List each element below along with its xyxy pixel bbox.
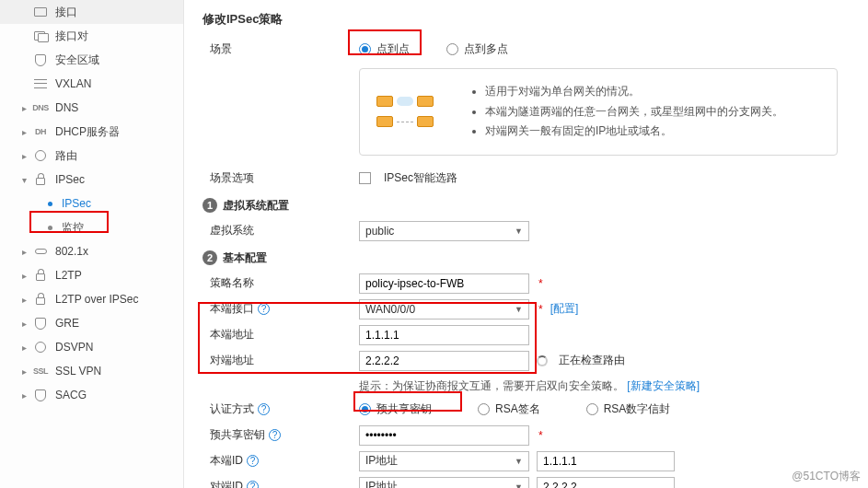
radio-icon (359, 403, 371, 415)
local-id-type: IP地址 (365, 453, 398, 469)
sidebar-item-label: 安全区域 (55, 52, 176, 68)
sidebar-item-DHCP服务器[interactable]: ▸DHDHCP服务器 (0, 120, 183, 144)
sidebar-item-接口[interactable]: 接口 (0, 0, 183, 24)
sidebar-subitem-IPSec[interactable]: IPSec (0, 192, 183, 215)
peer-addr-input[interactable] (359, 351, 529, 371)
sidebar-item-label: L2TP over IPSec (55, 293, 176, 306)
sidebar-item-IPSec[interactable]: ▾IPSec (0, 168, 183, 192)
sidebar-subitem-监控[interactable]: 监控 (0, 215, 183, 239)
chevron-right-icon: ▸ (22, 295, 31, 305)
peer-id-label: 对端ID (210, 479, 243, 488)
auth-opt-2: RSA数字信封 (604, 401, 671, 417)
sidebar-item-802.1x[interactable]: ▸802.1x (0, 239, 183, 263)
psk-label: 预共享密钥 (210, 427, 265, 443)
policy-name-input[interactable] (359, 273, 529, 294)
topology-diagram (376, 96, 450, 127)
help-icon[interactable]: ? (269, 429, 281, 441)
help-icon[interactable]: ? (247, 455, 259, 467)
info-line-0: 适用于对端为单台网关的情况。 (485, 82, 783, 102)
sidebar-item-安全区域[interactable]: 安全区域 (0, 48, 183, 72)
lock-icon (33, 293, 48, 306)
vsys-label: 虚拟系统 (210, 223, 254, 238)
auth-radio-psk[interactable]: 预共享密钥 (359, 401, 432, 417)
sidebar-item-SSL VPN[interactable]: ▸SSLSSL VPN (0, 359, 183, 383)
help-icon[interactable]: ? (258, 303, 270, 315)
sidebar-item-接口对[interactable]: 接口对 (0, 24, 183, 48)
loading-spinner-icon (537, 355, 548, 366)
sidebar-item-label: IPSec (55, 173, 176, 186)
section-vsys: 1 虚拟系统配置 (203, 198, 850, 214)
auth-opt-0: 预共享密钥 (376, 401, 432, 417)
step-1-icon: 1 (203, 198, 217, 213)
help-icon[interactable]: ? (258, 403, 270, 415)
local-id-input[interactable] (537, 451, 675, 471)
sidebar-item-GRE[interactable]: ▸GRE (0, 311, 183, 335)
sidebar-item-label: DNS (55, 101, 176, 114)
vsys-value: public (365, 225, 394, 238)
watermark: @51CTO博客 (792, 469, 861, 484)
smart-route-label: IPSec智能选路 (384, 170, 457, 186)
sidebar-item-L2TP over IPSec[interactable]: ▸L2TP over IPSec (0, 287, 183, 311)
sidebar-item-label: 接口 (55, 5, 176, 20)
chevron-down-icon: ▼ (515, 457, 523, 466)
local-addr-input[interactable] (359, 325, 529, 345)
smart-route-checkbox[interactable] (359, 172, 371, 184)
local-if-value: WAN0/0/0 (365, 303, 415, 316)
peer-id-input[interactable] (537, 477, 675, 488)
step-2-icon: 2 (203, 250, 217, 265)
hint-line: 提示：为保证协商报文互通，需要开启双向安全策略。 [新建安全策略] (359, 375, 850, 398)
auth-radio-rsa-sign[interactable]: RSA签名 (478, 401, 540, 417)
local-if-select[interactable]: WAN0/0/0 ▼ (359, 299, 529, 320)
sidebar-item-label: 接口对 (55, 29, 176, 44)
policy-name-label: 策略名称 (210, 275, 254, 291)
chevron-right-icon: ▸ (22, 319, 31, 329)
sidebar-item-label: IPSec (62, 197, 91, 210)
scene-info-box: 适用于对端为单台网关的情况。 本端为隧道两端的任意一台网关，或星型组网中的分支网… (359, 68, 838, 156)
psk-input[interactable] (359, 425, 529, 446)
required-star: * (538, 277, 543, 290)
scene-options-label: 场景选项 (210, 170, 254, 186)
chevron-right-icon: ▸ (22, 103, 31, 113)
sidebar-item-label: VXLAN (55, 77, 176, 90)
radio-icon (359, 43, 371, 55)
sidebar-item-label: DSVPN (55, 341, 176, 354)
scene-radio-p2p[interactable]: 点到点 (359, 41, 410, 57)
sidebar-item-DNS[interactable]: ▸DNSDNS (0, 96, 183, 120)
chevron-down-icon: ▼ (515, 305, 523, 314)
sidebar-item-label: 802.1x (55, 245, 176, 258)
config-link[interactable]: [配置] (550, 301, 579, 317)
peer-id-type-select[interactable]: IP地址 ▼ (359, 477, 529, 488)
sidebar-item-L2TP[interactable]: ▸L2TP (0, 263, 183, 287)
chevron-down-icon: ▼ (515, 227, 523, 236)
scene-radio-p2mp[interactable]: 点到多点 (446, 41, 508, 57)
chevron-down-icon: ▼ (515, 482, 523, 488)
lock-icon (33, 269, 48, 282)
sidebar-item-label: DHCP服务器 (55, 124, 176, 140)
bullet-icon (48, 226, 52, 230)
txt-icon: DH (33, 125, 48, 138)
vsys-select[interactable]: public ▼ (359, 221, 529, 241)
sidebar-item-路由[interactable]: ▸路由 (0, 144, 183, 168)
local-if-label: 本端接口 (210, 301, 254, 317)
section-basic: 2 基本配置 (203, 250, 850, 266)
sidebar-item-VXLAN[interactable]: VXLAN (0, 72, 183, 96)
lock-icon (33, 173, 48, 186)
auth-radio-rsa-env[interactable]: RSA数字信封 (586, 401, 671, 417)
txt-icon: DNS (33, 101, 48, 114)
new-policy-link[interactable]: [新建安全策略] (627, 379, 700, 392)
radio-icon (478, 403, 490, 415)
hint-text: 提示：为保证协商报文互通，需要开启双向安全策略。 (359, 379, 624, 392)
txt-icon: SSL (33, 365, 48, 378)
local-id-type-select[interactable]: IP地址 ▼ (359, 451, 529, 471)
chevron-right-icon: ▸ (22, 151, 31, 161)
local-addr-label: 本端地址 (210, 327, 254, 343)
sidebar-item-SACG[interactable]: ▸SACG (0, 383, 183, 407)
peer-addr-label: 对端地址 (210, 353, 254, 368)
radio-icon (586, 403, 598, 415)
chevron-down-icon: ▾ (22, 175, 31, 185)
sidebar-item-DSVPN[interactable]: ▸DSVPN (0, 335, 183, 359)
content-pane: 修改IPSec策略 场景 点到点 点到多点 (184, 0, 868, 488)
page-title: 修改IPSec策略 (203, 7, 850, 37)
bars-icon (33, 77, 48, 90)
help-icon[interactable]: ? (247, 481, 259, 488)
